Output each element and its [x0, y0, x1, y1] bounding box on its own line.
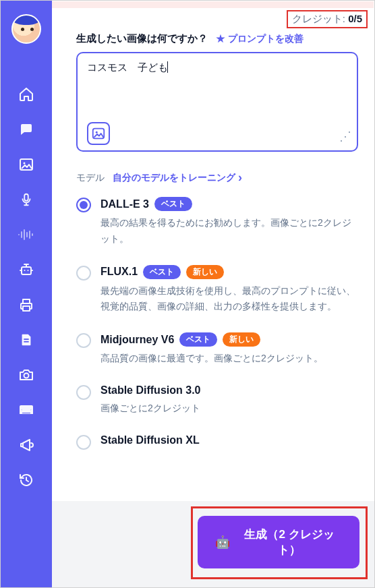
best-badge: ベスト [154, 197, 192, 211]
megaphone-icon[interactable] [18, 436, 35, 454]
model-body: FLUX.1ベスト新しい最先端の画像生成技術を使用し、最高のプロンプトに従い、視… [100, 265, 358, 316]
home-icon[interactable] [18, 86, 35, 103]
sidebar [1, 1, 52, 587]
radio-icon[interactable] [76, 198, 91, 212]
model-body: Stable Diffusion 3.0画像ごとに2クレジット [100, 384, 358, 417]
model-name: FLUX.1 [100, 266, 138, 278]
image-icon[interactable] [18, 156, 35, 173]
sofa-icon[interactable] [18, 401, 35, 419]
svg-rect-2 [24, 194, 28, 201]
svg-point-11 [96, 131, 98, 134]
model-option[interactable]: Stable Diffusion 3.0画像ごとに2クレジット [76, 384, 358, 417]
history-icon[interactable] [18, 471, 35, 489]
model-description: 最先端の画像生成技術を使用し、最高のプロンプトに従い、視覚的品質、画像の詳細、出… [100, 283, 358, 316]
models-list: DALL-E 3ベスト最高の結果を得るためにお勧めします。画像ごとに2クレジット… [76, 197, 358, 450]
model-name: Midjourney V6 [100, 334, 174, 346]
new-badge: 新しい [223, 332, 260, 347]
robot-icon[interactable] [18, 261, 35, 278]
model-body: DALL-E 3ベスト最高の結果を得るためにお勧めします。画像ごとに2クレジット… [100, 197, 358, 247]
model-name: DALL-E 3 [100, 198, 149, 210]
credits-indicator: クレジット: 0/5 [287, 10, 368, 28]
generate-label: 生成（2 クレジット） [237, 527, 342, 558]
credits-label: クレジット: [292, 13, 348, 24]
generate-button[interactable]: 🤖 生成（2 クレジット） [198, 516, 359, 568]
radio-icon[interactable] [76, 333, 91, 348]
mic-icon[interactable] [18, 191, 35, 208]
resize-handle-icon[interactable]: ⋰ [339, 133, 351, 140]
svg-rect-7 [24, 339, 28, 340]
model-option[interactable]: DALL-E 3ベスト最高の結果を得るためにお勧めします。画像ごとに2クレジット… [76, 197, 358, 247]
main-panel: クレジット: 0/5 生成したい画像は何ですか？ プロンプトを改善 コスモス 子… [52, 1, 374, 587]
svg-point-5 [28, 270, 29, 271]
best-badge: ベスト [179, 332, 217, 347]
prompt-input[interactable]: コスモス 子ども ⋰ [76, 52, 358, 152]
new-badge: 新しい [186, 265, 224, 279]
prompt-text[interactable]: コスモス 子ども [87, 61, 347, 119]
svg-point-9 [24, 374, 29, 378]
svg-point-1 [24, 163, 26, 165]
model-option[interactable]: Stable Diffusion XL [76, 434, 358, 450]
robot-icon: 🤖 [215, 535, 230, 550]
svg-point-4 [24, 270, 26, 271]
train-model-link[interactable]: 自分のモデルをトレーニング [113, 171, 242, 185]
document-icon[interactable] [18, 331, 35, 349]
model-body: Stable Diffusion XL [100, 434, 358, 446]
model-description: 最高の結果を得るためにお勧めします。画像ごとに2クレジット。 [100, 215, 358, 247]
camera-icon[interactable] [18, 366, 35, 384]
svg-rect-8 [24, 341, 28, 343]
credits-total: 5 [357, 13, 362, 24]
svg-rect-6 [23, 306, 30, 311]
radio-icon[interactable] [76, 435, 91, 450]
models-title: モデル [76, 172, 105, 184]
audio-wave-icon[interactable] [18, 226, 35, 243]
radio-icon[interactable] [76, 385, 91, 400]
model-option[interactable]: FLUX.1ベスト新しい最先端の画像生成技術を使用し、最高のプロンプトに従い、視… [76, 265, 358, 316]
attach-image-button[interactable] [87, 122, 110, 145]
model-name: Stable Diffusion XL [100, 434, 200, 446]
best-badge: ベスト [143, 265, 181, 279]
print-icon[interactable] [18, 296, 35, 314]
prompt-label: 生成したい画像は何ですか？ [76, 32, 208, 45]
model-description: 画像ごとに2クレジット [100, 401, 358, 417]
model-body: Midjourney V6ベスト新しい高品質の画像に最適です。画像ごとに2クレジ… [100, 332, 358, 367]
chat-icon[interactable] [18, 121, 35, 138]
model-option[interactable]: Midjourney V6ベスト新しい高品質の画像に最適です。画像ごとに2クレジ… [76, 332, 358, 367]
avatar[interactable] [11, 14, 41, 44]
radio-icon[interactable] [76, 266, 91, 281]
improve-prompt-link[interactable]: プロンプトを改善 [216, 33, 304, 45]
model-name: Stable Diffusion 3.0 [100, 384, 200, 396]
svg-rect-3 [22, 267, 31, 274]
footer: 🤖 生成（2 クレジット） [52, 501, 374, 587]
model-description: 高品質の画像に最適です。画像ごとに2クレジット。 [100, 351, 358, 367]
